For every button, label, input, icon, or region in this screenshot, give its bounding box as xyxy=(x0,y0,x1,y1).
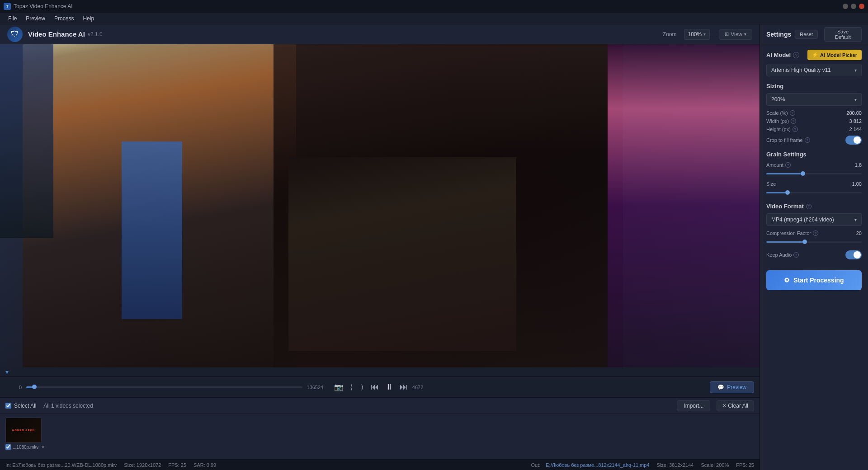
out-scale: Scale: 200% xyxy=(701,462,729,468)
marker-icon: ▾ xyxy=(5,368,9,376)
grain-size-label: Size xyxy=(766,181,844,187)
settings-content: AI Model ? ⚡ AI Model Picker Artemis Hig… xyxy=(760,44,868,470)
amount-value: 1.8 xyxy=(847,162,862,168)
keep-audio-help-icon[interactable]: ? xyxy=(793,252,799,258)
mark-out-button[interactable]: ⟩ xyxy=(358,381,366,393)
grain-settings-section: Grain Settings Amount ? 1.8 xyxy=(766,151,862,197)
video-toolbar: 🛡 Video Enhance AI v2.1.0 Zoom 100% ▾ ⊞ … xyxy=(0,24,760,44)
start-frame: 0 xyxy=(5,385,22,390)
menu-bar: File Preview Process Help xyxy=(0,13,868,24)
compression-value: 20 xyxy=(847,230,862,236)
crop-help-icon[interactable]: ? xyxy=(805,137,810,143)
video-format-dropdown[interactable]: MP4 (mpeg4 (h264 video) ▾ xyxy=(766,213,862,226)
size-slider[interactable] xyxy=(766,188,862,197)
grain-size-value: 1.00 xyxy=(847,181,862,187)
zoom-label: Zoom xyxy=(663,31,677,38)
video-frame xyxy=(0,44,760,367)
ai-model-help-icon[interactable]: ? xyxy=(793,52,799,58)
app-logo: 🛡 xyxy=(7,27,23,42)
compression-help-icon[interactable]: ? xyxy=(813,230,818,236)
settings-title: Settings xyxy=(766,31,791,38)
timeline[interactable] xyxy=(26,386,302,388)
crop-label: Crop to fill frame ? xyxy=(766,137,842,143)
ai-model-section: AI Model ? ⚡ AI Model Picker Artemis Hig… xyxy=(766,50,862,76)
selected-info: All 1 videos selected xyxy=(43,403,93,409)
scale-value: 200.00 xyxy=(844,110,862,116)
in-fps: FPS: 25 xyxy=(168,462,186,468)
camera-button[interactable]: 📷 xyxy=(332,381,345,393)
file-list: НОБЕЛ АРИЙ ...1080p.mkv ✕ xyxy=(0,414,760,459)
file-name-label: ...1080p.mkv xyxy=(13,445,38,450)
minimize-button[interactable] xyxy=(843,4,848,9)
height-value: 2 144 xyxy=(844,127,862,132)
status-bar: In: Е:/Любовь без разме...20.WEB-DL.1080… xyxy=(0,459,760,470)
close-button[interactable] xyxy=(859,4,864,9)
settings-header: Settings Reset Save Default xyxy=(760,24,868,44)
clear-all-button[interactable]: ✕ Clear All xyxy=(717,400,754,411)
maximize-button[interactable] xyxy=(851,4,856,9)
title-bar: T Topaz Video Enhance AI xyxy=(0,0,868,13)
width-value: 3 812 xyxy=(844,118,862,124)
next-frame-button[interactable]: ⏭ xyxy=(398,381,410,394)
reset-button[interactable]: Reset xyxy=(795,30,818,39)
amount-slider[interactable] xyxy=(766,169,862,178)
prev-frame-button[interactable]: ⏮ xyxy=(369,381,381,394)
import-button[interactable]: Import... xyxy=(677,400,710,411)
in-path: In: Е:/Любовь без разме...20.WEB-DL.1080… xyxy=(5,462,117,468)
pause-button[interactable]: ⏸ xyxy=(383,381,395,394)
width-label: Width (px) ? xyxy=(766,118,840,124)
start-processing-button[interactable]: ⚙ Start Processing xyxy=(766,270,862,290)
menu-file[interactable]: File xyxy=(4,14,21,23)
scale-label: Scale (%) ? xyxy=(766,110,840,116)
select-all-checkbox[interactable] xyxy=(5,403,11,409)
width-help-icon[interactable]: ? xyxy=(791,118,796,124)
left-panel: 🛡 Video Enhance AI v2.1.0 Zoom 100% ▾ ⊞ … xyxy=(0,24,760,470)
amount-help-icon[interactable]: ? xyxy=(785,162,791,168)
in-sar: SAR: 0.99 xyxy=(193,462,216,468)
zoom-dropdown[interactable]: 100% ▾ xyxy=(684,29,710,40)
preview-button[interactable]: 💬 Preview xyxy=(710,381,754,393)
sizing-section: Sizing 200% ▾ Scale (%) ? 200.00 xyxy=(766,83,862,145)
title-text: Topaz Video Enhance AI xyxy=(14,3,843,9)
ai-model-picker-button[interactable]: ⚡ AI Model Picker xyxy=(807,50,862,60)
sizing-dropdown[interactable]: 200% ▾ xyxy=(766,93,862,106)
ai-model-dropdown[interactable]: Artemis High Quality v11 ▾ xyxy=(766,64,862,76)
playback-controls: 0 136524 📷 ⟨ ⟩ ⏮ ⏸ ⏭ 4672 💬 Preview xyxy=(0,376,760,397)
menu-help[interactable]: Help xyxy=(78,14,99,23)
keep-audio-toggle[interactable] xyxy=(845,250,862,259)
scale-help-icon[interactable]: ? xyxy=(790,110,795,116)
settings-panel: Settings Reset Save Default AI Model ? ⚡… xyxy=(760,24,868,470)
keep-audio-label: Keep Audio ? xyxy=(766,252,842,258)
clear-icon: ✕ xyxy=(722,403,726,408)
app-name: Video Enhance AI v2.1.0 xyxy=(28,30,103,38)
amount-label: Amount ? xyxy=(766,162,844,168)
marker-row: ▾ xyxy=(0,367,760,376)
file-thumbnail: НОБЕЛ АРИЙ xyxy=(5,418,42,443)
save-default-button[interactable]: Save Default xyxy=(824,27,862,42)
mark-in-button[interactable]: ⟨ xyxy=(348,381,356,393)
processor-icon: ⚙ xyxy=(784,277,790,284)
compression-label: Compression Factor ? xyxy=(766,230,844,236)
ai-model-section-title: AI Model ? xyxy=(766,52,799,58)
out-label: Out: xyxy=(531,462,540,468)
out-size: Size: 3812x2144 xyxy=(657,462,694,468)
file-checkbox[interactable] xyxy=(5,444,11,450)
video-format-section: Video Format ? MP4 (mpeg4 (h264 video) ▾… xyxy=(766,203,862,259)
video-format-help-icon[interactable]: ? xyxy=(806,204,811,209)
compression-slider[interactable] xyxy=(766,238,862,246)
menu-preview[interactable]: Preview xyxy=(21,14,50,23)
crop-toggle[interactable] xyxy=(845,136,862,145)
file-delete-icon[interactable]: ✕ xyxy=(41,445,45,450)
in-size: Size: 1920x1072 xyxy=(124,462,161,468)
video-display xyxy=(0,44,760,367)
select-all-check[interactable]: Select All xyxy=(5,403,36,409)
current-frame: 4672 xyxy=(412,385,429,390)
out-path[interactable]: Е:/Любовь без разме...812x2144_ahq-11.mp… xyxy=(546,462,649,468)
app-icon: T xyxy=(4,3,11,10)
bottom-toolbar: Select All All 1 videos selected Import.… xyxy=(0,398,760,414)
bottom-panel: Select All All 1 videos selected Import.… xyxy=(0,397,760,459)
list-item[interactable]: НОБЕЛ АРИЙ ...1080p.mkv ✕ xyxy=(5,418,45,450)
height-help-icon[interactable]: ? xyxy=(793,127,798,132)
view-button[interactable]: ⊞ View ▾ xyxy=(719,29,752,40)
menu-process[interactable]: Process xyxy=(50,14,78,23)
